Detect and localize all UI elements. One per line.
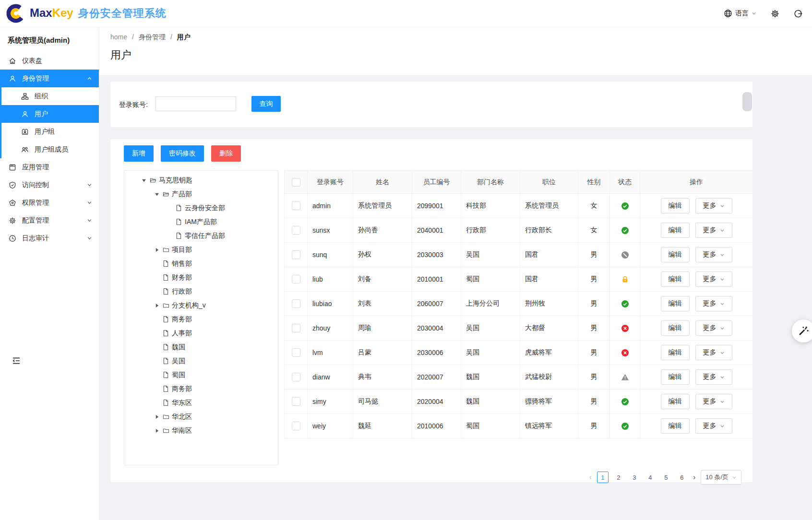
login-account-input[interactable] bbox=[155, 96, 236, 111]
gender-cell: 男 bbox=[578, 341, 610, 365]
page-button-5[interactable]: 5 bbox=[660, 472, 672, 483]
status-cell bbox=[610, 267, 640, 292]
caret-right-icon[interactable] bbox=[152, 248, 162, 252]
users-panel: 新增 密码修改 删除 马克思钥匙产品部云身份安全部IAM产品部零信任产品部项目部… bbox=[110, 139, 752, 482]
edit-button[interactable]: 编辑 bbox=[661, 394, 690, 409]
settings-button[interactable] bbox=[771, 9, 779, 18]
sidebar-item-permission-management[interactable]: 权限管理 bbox=[0, 194, 99, 212]
edit-button[interactable]: 编辑 bbox=[661, 198, 690, 213]
tree-node[interactable]: 分支机构_v bbox=[124, 298, 278, 312]
edit-button[interactable]: 编辑 bbox=[661, 223, 690, 238]
sidebar-item-user-group-members[interactable]: 用户组成员 bbox=[1, 141, 99, 158]
more-button[interactable]: 更多 bbox=[695, 394, 732, 409]
tree-node[interactable]: IAM产品部 bbox=[124, 215, 278, 229]
sidebar-item-app-management[interactable]: 应用管理 bbox=[0, 158, 99, 176]
page-button-1[interactable]: 1 bbox=[597, 472, 609, 483]
file-icon bbox=[162, 288, 172, 295]
edit-button[interactable]: 编辑 bbox=[661, 272, 690, 287]
row-checkbox[interactable] bbox=[292, 397, 300, 406]
scrollbar-thumb[interactable] bbox=[742, 92, 752, 111]
tree-node[interactable]: 华南区 bbox=[124, 424, 278, 437]
row-checkbox[interactable] bbox=[292, 299, 300, 308]
table-row: simy司马懿2020004魏国骠骑将军男编辑更多 bbox=[285, 390, 753, 414]
more-button[interactable]: 更多 bbox=[695, 223, 732, 238]
row-checkbox[interactable] bbox=[292, 348, 300, 357]
sidebar-item-log-audit[interactable]: 日志审计 bbox=[0, 229, 99, 247]
floating-wand-button[interactable] bbox=[792, 319, 812, 343]
more-button[interactable]: 更多 bbox=[695, 320, 732, 336]
change-password-button[interactable]: 密码修改 bbox=[161, 145, 204, 162]
delete-button[interactable]: 删除 bbox=[211, 145, 241, 162]
edit-button[interactable]: 编辑 bbox=[661, 247, 690, 262]
more-button[interactable]: 更多 bbox=[695, 247, 732, 262]
sidebar-item-dashboard[interactable]: 仪表盘 bbox=[0, 52, 99, 70]
sidebar-collapse-button[interactable] bbox=[12, 356, 21, 366]
row-checkbox[interactable] bbox=[292, 201, 300, 210]
row-select-cell bbox=[285, 267, 308, 292]
tree-node[interactable]: 魏国 bbox=[124, 340, 278, 354]
select-all-checkbox[interactable] bbox=[292, 178, 300, 187]
tree-node[interactable]: 零信任产品部 bbox=[124, 229, 278, 243]
page-button-2[interactable]: 2 bbox=[613, 472, 624, 483]
tree-node[interactable]: 华东区 bbox=[124, 396, 278, 410]
page-button-6[interactable]: 6 bbox=[676, 472, 688, 483]
tree-node[interactable]: 行政部 bbox=[124, 284, 278, 298]
row-checkbox[interactable] bbox=[292, 226, 300, 235]
actions-cell: 编辑更多 bbox=[640, 390, 753, 414]
tree-node[interactable]: 项目部 bbox=[124, 243, 278, 257]
caret-right-icon[interactable] bbox=[152, 303, 162, 308]
tree-node[interactable]: 财务部 bbox=[124, 271, 278, 284]
row-checkbox[interactable] bbox=[292, 275, 300, 284]
language-menu[interactable]: 语言 bbox=[724, 9, 756, 18]
login-account-label: 登录账号: bbox=[119, 101, 148, 109]
sidebar-item-config-management[interactable]: 配置管理 bbox=[0, 212, 99, 229]
sidebar-item-user-groups[interactable]: 用户组 bbox=[1, 123, 99, 141]
sidebar-item-organizations[interactable]: 组织 bbox=[1, 87, 99, 105]
sidebar-item-access-control[interactable]: 访问控制 bbox=[0, 176, 99, 194]
tree-node[interactable]: 商务部 bbox=[124, 382, 278, 396]
edit-button[interactable]: 编辑 bbox=[661, 345, 690, 360]
row-checkbox[interactable] bbox=[292, 373, 300, 381]
tree-node[interactable]: 产品部 bbox=[124, 187, 278, 201]
page-button-4[interactable]: 4 bbox=[645, 472, 656, 483]
edit-button[interactable]: 编辑 bbox=[661, 369, 690, 385]
tree-node[interactable]: 吴国 bbox=[124, 354, 278, 368]
tree-node[interactable]: 蜀国 bbox=[124, 368, 278, 382]
next-page-button[interactable]: › bbox=[692, 473, 696, 482]
more-button[interactable]: 更多 bbox=[695, 272, 732, 287]
breadcrumb-identity[interactable]: 身份管理 bbox=[139, 33, 166, 42]
page-button-3[interactable]: 3 bbox=[629, 472, 640, 483]
more-button[interactable]: 更多 bbox=[695, 198, 732, 213]
sidebar-item-identity-management[interactable]: 身份管理 bbox=[0, 70, 99, 87]
tree-node[interactable]: 商务部 bbox=[124, 312, 278, 326]
tree-node[interactable]: 人事部 bbox=[124, 326, 278, 340]
edit-button[interactable]: 编辑 bbox=[661, 320, 690, 336]
more-button[interactable]: 更多 bbox=[695, 345, 732, 360]
name-cell: 吕蒙 bbox=[353, 341, 412, 365]
edit-button[interactable]: 编辑 bbox=[661, 296, 690, 311]
row-checkbox[interactable] bbox=[292, 250, 300, 259]
more-button[interactable]: 更多 bbox=[695, 296, 732, 311]
tree-node[interactable]: 销售部 bbox=[124, 257, 278, 271]
more-button[interactable]: 更多 bbox=[695, 369, 732, 385]
globe-icon bbox=[724, 9, 732, 18]
edit-button[interactable]: 编辑 bbox=[661, 418, 690, 434]
prev-page-button[interactable]: ‹ bbox=[588, 473, 593, 482]
tree-node[interactable]: 华北区 bbox=[124, 410, 278, 424]
add-button[interactable]: 新增 bbox=[124, 145, 154, 162]
sidebar-item-users[interactable]: 用户 bbox=[1, 105, 99, 123]
caret-right-icon[interactable] bbox=[152, 414, 162, 419]
caret-down-icon[interactable] bbox=[152, 192, 162, 197]
row-checkbox[interactable] bbox=[292, 422, 300, 430]
query-button[interactable]: 查询 bbox=[251, 96, 281, 112]
tree-node[interactable]: 马克思钥匙 bbox=[124, 173, 278, 187]
page-size-select[interactable]: 10 条/页 bbox=[701, 470, 741, 485]
more-button[interactable]: 更多 bbox=[695, 418, 732, 434]
caret-right-icon[interactable] bbox=[152, 428, 162, 433]
caret-down-icon[interactable] bbox=[139, 178, 149, 183]
tree-node[interactable]: 云身份安全部 bbox=[124, 201, 278, 215]
row-checkbox[interactable] bbox=[292, 324, 300, 332]
breadcrumb-home[interactable]: home bbox=[110, 33, 127, 42]
name-cell: 魏延 bbox=[353, 414, 412, 438]
logout-button[interactable] bbox=[794, 9, 802, 18]
